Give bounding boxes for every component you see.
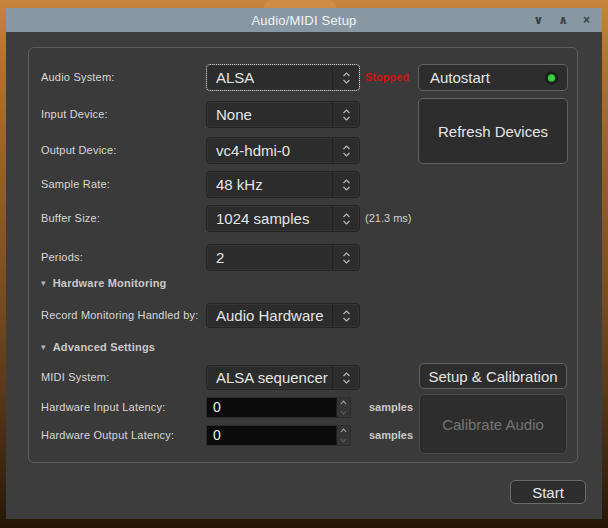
output-latency-field[interactable]: 0 [206, 425, 351, 446]
audio-system-select[interactable]: ALSA [206, 64, 360, 91]
record-monitoring-label: Record Monitoring Handled by: [41, 303, 198, 328]
refresh-devices-label: Refresh Devices [438, 123, 548, 140]
periods-value: 2 [207, 249, 332, 266]
spinner-down-icon[interactable] [337, 408, 350, 418]
output-latency-value: 0 [207, 426, 336, 445]
spinner-buttons[interactable] [336, 398, 350, 417]
sample-rate-select[interactable]: 48 kHz [206, 171, 360, 198]
record-monitoring-select[interactable]: Audio Hardware [206, 303, 360, 328]
input-device-select[interactable]: None [206, 101, 360, 128]
periods-select[interactable]: 2 [206, 244, 360, 271]
midi-system-label: MIDI System: [41, 365, 109, 390]
buffer-size-select[interactable]: 1024 samples [206, 205, 360, 232]
sample-rate-label: Sample Rate: [41, 171, 110, 198]
output-latency-label: Hardware Output Latency: [41, 425, 174, 446]
spinner-up-icon[interactable] [337, 426, 350, 436]
input-device-value: None [207, 106, 332, 123]
dropdown-chevrons-icon [332, 172, 359, 197]
dropdown-chevrons-icon [332, 304, 359, 327]
dropdown-chevrons-icon [332, 366, 359, 389]
input-latency-field[interactable]: 0 [206, 397, 351, 418]
autostart-label: Autostart [430, 69, 490, 86]
spinner-up-icon[interactable] [337, 398, 350, 408]
buffer-size-label: Buffer Size: [41, 205, 100, 232]
close-icon[interactable]: × [583, 14, 590, 26]
dropdown-chevrons-icon [332, 245, 359, 270]
hardware-monitoring-label: Hardware Monitoring [53, 277, 167, 289]
engine-status-badge: Stopped [365, 64, 409, 91]
calibrate-audio-label: Calibrate Audio [442, 416, 544, 433]
dropdown-chevrons-icon [332, 206, 359, 231]
start-button[interactable]: Start [510, 480, 586, 504]
hardware-monitoring-disclosure[interactable]: ▾ Hardware Monitoring [41, 277, 167, 289]
autostart-led-icon [545, 71, 558, 84]
calibrate-audio-button[interactable]: Calibrate Audio [419, 394, 567, 454]
unshade-icon[interactable]: ∧ [558, 14, 568, 26]
autostart-button[interactable]: Autostart [418, 64, 568, 91]
refresh-devices-button[interactable]: Refresh Devices [418, 98, 568, 164]
titlebar[interactable]: Audio/MIDI Setup ∨ ∧ × [6, 8, 602, 32]
input-latency-label: Hardware Input Latency: [41, 397, 165, 418]
input-latency-unit: samples [369, 397, 413, 418]
spinner-down-icon[interactable] [337, 436, 350, 446]
periods-label: Periods: [41, 244, 83, 271]
window-controls: ∨ ∧ × [533, 8, 590, 32]
setup-calibration-button[interactable]: Setup & Calibration [419, 363, 567, 389]
record-monitoring-value: Audio Hardware [207, 307, 332, 324]
midi-system-value: ALSA sequencer [207, 369, 332, 386]
output-latency-unit: samples [369, 425, 413, 446]
disclosure-triangle-icon: ▾ [41, 278, 46, 288]
start-label: Start [532, 484, 564, 501]
dropdown-chevrons-icon [332, 102, 359, 127]
input-latency-value: 0 [207, 398, 336, 417]
advanced-settings-label: Advanced Settings [53, 341, 155, 353]
output-device-value: vc4-hdmi-0 [207, 142, 332, 159]
dropdown-chevrons-icon [332, 65, 359, 90]
output-device-select[interactable]: vc4-hdmi-0 [206, 137, 360, 164]
dropdown-chevrons-icon [332, 138, 359, 163]
buffer-size-value: 1024 samples [207, 210, 332, 227]
setup-calibration-label: Setup & Calibration [428, 368, 557, 385]
settings-panel: Audio System: ALSA Stopped Autostart Inp… [28, 47, 578, 463]
midi-system-select[interactable]: ALSA sequencer [206, 365, 360, 390]
dialog-body: Audio System: ALSA Stopped Autostart Inp… [6, 32, 602, 519]
shade-icon[interactable]: ∨ [533, 14, 543, 26]
output-device-label: Output Device: [41, 137, 117, 164]
audio-system-label: Audio System: [41, 64, 115, 91]
audio-system-value: ALSA [207, 69, 332, 86]
input-device-label: Input Device: [41, 101, 108, 128]
advanced-settings-disclosure[interactable]: ▾ Advanced Settings [41, 341, 155, 353]
buffer-latency-note: (21.3 ms) [365, 205, 411, 232]
disclosure-triangle-icon: ▾ [41, 342, 46, 352]
window-title: Audio/MIDI Setup [251, 13, 356, 28]
sample-rate-value: 48 kHz [207, 176, 332, 193]
spinner-buttons[interactable] [336, 426, 350, 445]
